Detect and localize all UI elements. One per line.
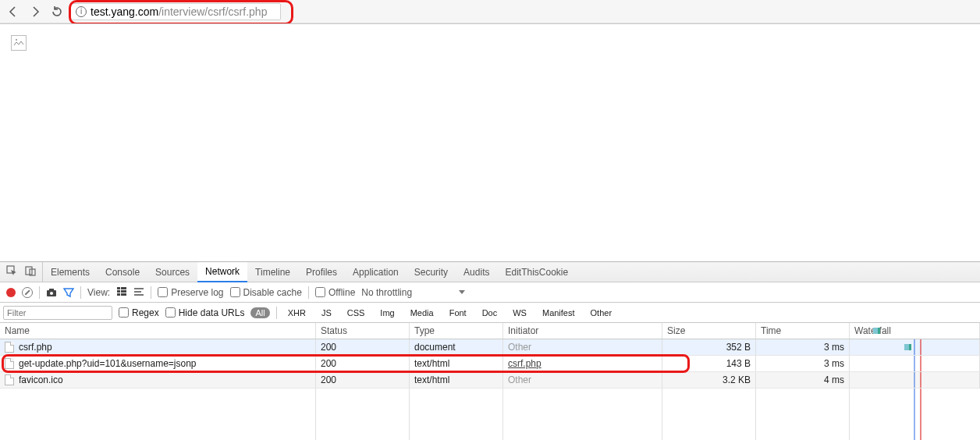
table-row[interactable]: csrf.php 200 document Other 352 B 3 ms — [0, 339, 980, 356]
filter-type-font[interactable]: Font — [445, 307, 471, 318]
back-button[interactable] — [5, 3, 22, 20]
table-row[interactable]: favicon.ico 200 text/html Other 3.2 KB 4… — [0, 372, 980, 389]
cell-name: csrf.php — [19, 342, 52, 353]
svg-rect-9 — [117, 290, 120, 293]
filter-type-js[interactable]: JS — [317, 307, 336, 318]
svg-rect-11 — [117, 293, 120, 296]
col-name[interactable]: Name — [0, 323, 316, 339]
tab-audits[interactable]: Audits — [456, 262, 497, 282]
filter-type-all[interactable]: All — [250, 307, 269, 318]
cell-type: document — [410, 339, 503, 355]
url-text: test.yang.com/interview/csrf/csrf.php — [91, 5, 267, 18]
col-time[interactable]: Time — [756, 323, 850, 339]
tab-editthiscookie[interactable]: EditThisCookie — [497, 262, 576, 282]
svg-rect-2 — [26, 267, 32, 275]
cell-type: text/html — [410, 372, 503, 388]
hide-data-urls-label: Hide data URLs — [179, 307, 245, 318]
record-button[interactable] — [6, 288, 16, 297]
cell-size: 352 B — [662, 339, 756, 355]
filter-type-img[interactable]: Img — [375, 307, 399, 318]
file-icon — [5, 358, 14, 369]
view-small-icon[interactable] — [133, 286, 144, 299]
filter-type-xhr[interactable]: XHR — [283, 307, 311, 318]
file-icon — [5, 342, 14, 353]
tab-timeline[interactable]: Timeline — [247, 262, 298, 282]
tab-network[interactable]: Network — [197, 262, 247, 282]
filter-type-manifest[interactable]: Manifest — [538, 307, 580, 318]
svg-rect-10 — [121, 290, 126, 293]
disable-cache-label: Disable cache — [243, 287, 302, 298]
address-bar[interactable]: i test.yang.com/interview/csrf/csrf.php — [70, 3, 281, 20]
tab-security[interactable]: Security — [407, 262, 456, 282]
filter-type-other[interactable]: Other — [586, 307, 617, 318]
tab-sources[interactable]: Sources — [147, 262, 197, 282]
table-row[interactable]: get-update.php?uid=101&username=jsonp 20… — [0, 356, 980, 372]
col-waterfall[interactable]: Waterfall — [850, 323, 980, 339]
filter-toggle-icon[interactable] — [63, 287, 74, 298]
svg-rect-13 — [134, 288, 144, 289]
col-size[interactable]: Size — [662, 323, 756, 339]
url-host: test.yang.com — [91, 5, 158, 18]
disable-cache-checkbox[interactable]: Disable cache — [230, 287, 302, 298]
chevron-down-icon — [459, 290, 465, 294]
offline-label: Offline — [328, 287, 355, 298]
network-requests-table: Name Status Type Initiator Size Time Wat… — [0, 323, 980, 440]
hide-data-urls-checkbox[interactable]: Hide data URLs — [165, 307, 245, 318]
preserve-log-checkbox[interactable]: Preserve log — [158, 287, 223, 298]
tab-profiles[interactable]: Profiles — [298, 262, 345, 282]
cell-waterfall — [850, 339, 980, 355]
site-info-icon[interactable]: i — [76, 6, 87, 17]
filter-type-media[interactable]: Media — [406, 307, 439, 318]
view-label: View: — [87, 287, 110, 298]
cell-initiator-link[interactable]: csrf.php — [508, 358, 541, 369]
tab-elements[interactable]: Elements — [43, 262, 98, 282]
col-type[interactable]: Type — [410, 323, 503, 339]
throttling-value: No throttling — [361, 287, 412, 298]
cell-time: 3 ms — [756, 339, 850, 355]
preserve-log-label: Preserve log — [171, 287, 223, 298]
offline-checkbox[interactable]: Offline — [315, 287, 355, 298]
svg-rect-12 — [121, 293, 126, 296]
cell-waterfall — [850, 372, 980, 388]
cell-size: 143 B — [662, 356, 756, 371]
capture-screenshot-icon[interactable] — [46, 287, 57, 298]
cell-status: 200 — [316, 356, 410, 371]
filter-type-css[interactable]: CSS — [343, 307, 370, 318]
cell-name: favicon.ico — [19, 374, 63, 385]
url-path: /interview/csrf/csrf.php — [158, 5, 267, 18]
svg-rect-8 — [121, 287, 126, 289]
forward-button[interactable] — [27, 3, 44, 20]
inspect-element-icon[interactable] — [6, 265, 17, 279]
device-toggle-icon[interactable] — [25, 265, 36, 279]
devtools-tabs: Elements Console Sources Network Timelin… — [0, 262, 980, 282]
svg-point-6 — [50, 292, 53, 295]
cell-initiator: Other — [503, 339, 662, 355]
cell-status: 200 — [316, 339, 410, 355]
cell-initiator: Other — [503, 372, 662, 388]
cell-time: 3 ms — [756, 356, 850, 371]
file-icon — [5, 374, 14, 385]
browser-toolbar: i test.yang.com/interview/csrf/csrf.php — [0, 0, 980, 23]
filter-type-ws[interactable]: WS — [508, 307, 531, 318]
svg-rect-15 — [134, 294, 144, 296]
cell-type: text/html — [410, 356, 503, 371]
tab-application[interactable]: Application — [345, 262, 407, 282]
clear-button[interactable] — [22, 287, 33, 298]
view-large-icon[interactable] — [116, 286, 127, 299]
filter-input[interactable] — [3, 306, 112, 320]
regex-checkbox[interactable]: Regex — [119, 307, 159, 318]
reload-button[interactable] — [48, 3, 66, 20]
throttling-select[interactable]: No throttling — [361, 287, 465, 298]
col-status[interactable]: Status — [316, 323, 410, 339]
tab-console[interactable]: Console — [98, 262, 147, 282]
regex-label: Regex — [132, 307, 159, 318]
col-initiator[interactable]: Initiator — [503, 323, 662, 339]
broken-image-icon — [11, 35, 27, 51]
svg-rect-14 — [134, 291, 141, 293]
page-viewport — [0, 23, 980, 261]
filter-type-doc[interactable]: Doc — [478, 307, 502, 318]
cell-size: 3.2 KB — [662, 372, 756, 388]
svg-point-0 — [16, 39, 17, 41]
svg-rect-5 — [49, 289, 54, 291]
cell-name: get-update.php?uid=101&username=jsonp — [19, 358, 197, 369]
